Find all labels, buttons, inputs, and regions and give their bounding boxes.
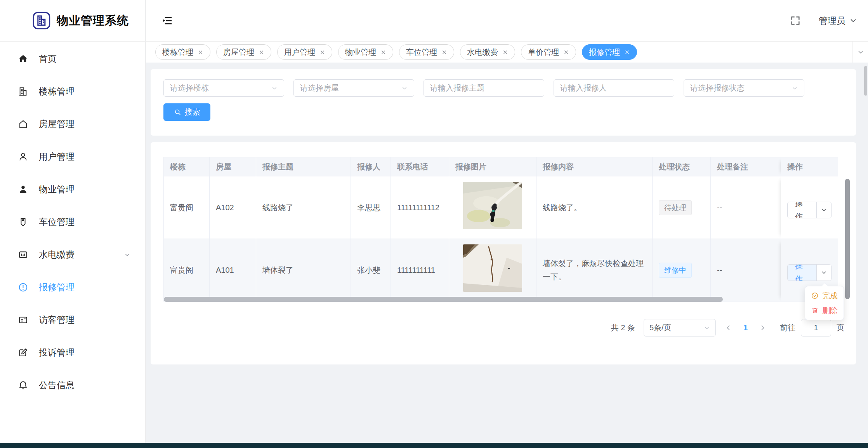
- sidebar-item-label: 用户管理: [39, 151, 75, 163]
- status-select-placeholder: 请选择报修状态: [690, 83, 792, 93]
- user-menu[interactable]: 管理员: [819, 15, 857, 27]
- prev-page-icon[interactable]: [725, 324, 732, 331]
- chevron-down-icon: [124, 251, 130, 258]
- cell-subject: 墙体裂了: [256, 239, 351, 302]
- close-icon[interactable]: [624, 49, 630, 55]
- col-remark: 处理备注: [711, 157, 781, 176]
- tab-repairs[interactable]: 报修管理: [582, 44, 637, 60]
- action-delete-label: 删除: [822, 305, 838, 316]
- row-action-label: 操作: [788, 265, 816, 281]
- tag-icon: [18, 217, 28, 227]
- table-horizontal-scrollbar[interactable]: [164, 297, 723, 302]
- goto-page-input[interactable]: [801, 319, 831, 336]
- page-size-select[interactable]: 5条/页: [644, 319, 716, 336]
- cell-actions: 操作: [781, 176, 838, 239]
- close-icon[interactable]: [198, 49, 203, 55]
- sidebar-item-label: 楼栋管理: [39, 85, 75, 98]
- row-action-caret[interactable]: [816, 265, 831, 281]
- sidebar-item-complaints[interactable]: 投诉管理: [0, 336, 145, 369]
- row-action-button[interactable]: 操作: [787, 202, 832, 218]
- close-icon[interactable]: [502, 49, 508, 55]
- sidebar-item-home[interactable]: 首页: [0, 42, 145, 75]
- pagination: 共 2 条 5条/页 1 前往 页: [611, 319, 844, 336]
- table-row: 富贵阁 A102 线路烧了 李思思 11111111112: [164, 176, 838, 239]
- tab-unit-price[interactable]: 单价管理: [521, 44, 576, 60]
- tab-label: 房屋管理: [223, 47, 254, 58]
- next-page-icon[interactable]: [759, 324, 766, 331]
- action-complete[interactable]: 完成: [805, 288, 844, 303]
- table-vertical-scrollbar[interactable]: [845, 179, 850, 299]
- repairs-table-panel: 楼栋 房屋 报修主题 报修人 联系电话 报修图片 报修内容 处理状态 处理备注 …: [151, 142, 856, 364]
- sidebar-item-announcements[interactable]: 公告信息: [0, 369, 145, 401]
- tab-property[interactable]: 物业管理: [338, 44, 393, 60]
- tabs-overflow-button[interactable]: [852, 42, 868, 63]
- room-select[interactable]: 请选择房屋: [293, 79, 414, 97]
- col-reporter: 报修人: [351, 157, 391, 176]
- close-icon[interactable]: [319, 49, 325, 55]
- sidebar-item-houses[interactable]: 房屋管理: [0, 108, 145, 140]
- table-header-row: 楼栋 房屋 报修主题 报修人 联系电话 报修图片 报修内容 处理状态 处理备注 …: [164, 157, 838, 176]
- tab-label: 报修管理: [589, 47, 620, 58]
- burnt-wire-photo[interactable]: [463, 182, 522, 229]
- sidebar-item-buildings[interactable]: 楼栋管理: [0, 75, 145, 108]
- sidebar-item-label: 报修管理: [39, 281, 75, 293]
- cell-photo: [449, 176, 536, 239]
- sidebar-item-repairs[interactable]: 报修管理: [0, 271, 145, 303]
- status-badge: 待处理: [659, 200, 692, 215]
- close-icon[interactable]: [441, 49, 447, 55]
- col-content: 报修内容: [536, 157, 653, 176]
- action-complete-label: 完成: [822, 291, 838, 301]
- cell-phone: 11111111112: [391, 176, 449, 239]
- ceiling-crack-photo[interactable]: [463, 244, 522, 292]
- fullscreen-icon[interactable]: [790, 15, 801, 26]
- cell-building: 富贵阁: [164, 176, 210, 239]
- page-size-value: 5条/页: [649, 322, 704, 333]
- postcard-icon: [18, 315, 28, 325]
- sidebar-item-property[interactable]: 物业管理: [0, 173, 145, 206]
- close-icon[interactable]: [259, 49, 264, 55]
- top-header: 管理员: [146, 0, 868, 42]
- sidebar-item-users[interactable]: 用户管理: [0, 140, 145, 173]
- close-icon[interactable]: [380, 49, 386, 55]
- tab-label: 车位管理: [406, 47, 437, 58]
- tab-buildings[interactable]: 楼栋管理: [155, 44, 210, 60]
- search-button[interactable]: 搜索: [163, 103, 210, 121]
- cell-room: A102: [210, 176, 256, 239]
- filter-panel: 请选择楼栋 请选择房屋 请选择报修状态 搜索: [151, 69, 856, 136]
- row-action-button[interactable]: 操作: [787, 264, 832, 281]
- sidebar-item-label: 访客管理: [39, 314, 75, 326]
- building-select[interactable]: 请选择楼栋: [163, 79, 284, 97]
- col-phone: 联系电话: [391, 157, 449, 176]
- chevron-down-icon: [857, 49, 864, 56]
- action-delete[interactable]: 删除: [805, 303, 844, 318]
- row-action-dropdown: 完成 删除: [805, 286, 844, 320]
- cell-reporter: 李思思: [351, 176, 391, 239]
- table-row: 富贵阁 A101 墙体裂了 张小斐 1111111111: [164, 239, 838, 302]
- reporter-input[interactable]: [560, 84, 668, 92]
- cell-content: 墙体裂了，麻烦尽快检查处理一下。: [536, 239, 653, 302]
- page-scrollbar[interactable]: [864, 66, 867, 96]
- tab-utilities[interactable]: 水电缴费: [460, 44, 515, 60]
- sidebar-item-label: 公告信息: [39, 379, 75, 391]
- tab-label: 单价管理: [528, 47, 559, 58]
- sidebar-item-parking[interactable]: 车位管理: [0, 206, 145, 238]
- status-select[interactable]: 请选择报修状态: [684, 79, 804, 97]
- tabs-bar: 楼栋管理 房屋管理 用户管理 物业管理 车位管理 水电缴费 单价管理 报修管理: [146, 42, 868, 63]
- tab-parking[interactable]: 车位管理: [399, 44, 454, 60]
- sidebar-item-label: 首页: [39, 53, 57, 65]
- close-icon[interactable]: [563, 49, 569, 55]
- cell-remark: --: [711, 176, 781, 239]
- tab-houses[interactable]: 房屋管理: [216, 44, 271, 60]
- tab-label: 楼栋管理: [162, 47, 193, 58]
- sidebar-menu: 首页 楼栋管理 房屋管理 用户管理 物业管理 车位管理 水电缴费: [0, 42, 145, 401]
- pagination-total: 共 2 条: [611, 322, 635, 333]
- user-filled-icon: [18, 184, 28, 195]
- page-number[interactable]: 1: [743, 323, 748, 332]
- sidebar-item-utilities[interactable]: 水电缴费: [0, 238, 145, 271]
- collapse-menu-icon[interactable]: [161, 15, 173, 26]
- subject-input[interactable]: [430, 84, 538, 92]
- tab-label: 水电缴费: [467, 47, 498, 58]
- row-action-caret[interactable]: [816, 202, 831, 218]
- sidebar-item-visitors[interactable]: 访客管理: [0, 303, 145, 336]
- tab-users[interactable]: 用户管理: [277, 44, 332, 60]
